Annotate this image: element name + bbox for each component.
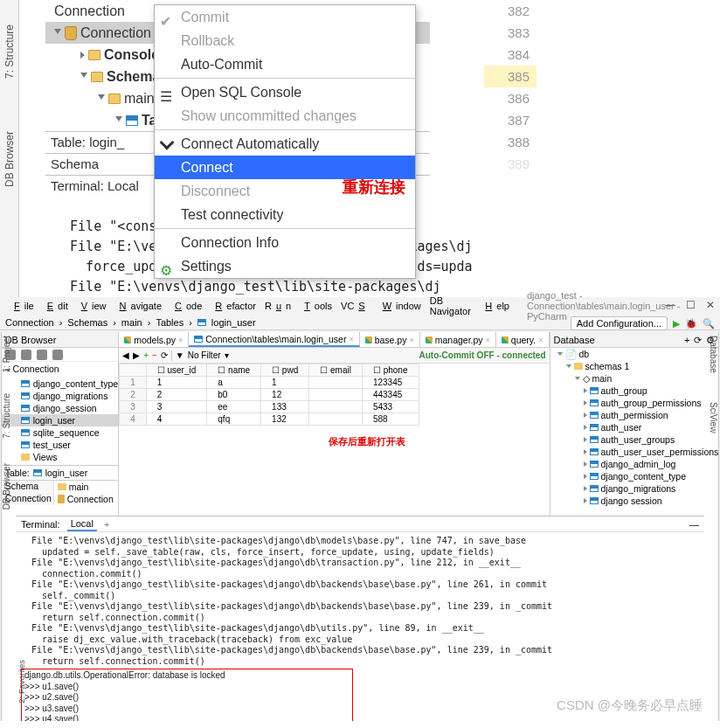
tree-item[interactable]: django_migrations [2,390,119,402]
open-sql-menuitem[interactable]: ☰Open SQL Console [155,80,415,104]
search-icon[interactable]: 🔍 [703,318,715,329]
tree-item[interactable]: django_content_type [2,378,119,390]
db-table-item[interactable]: auth_user_user_permissions [550,446,719,458]
minimize-button[interactable]: — [665,299,675,311]
table-icon [21,392,30,399]
close-tab-icon[interactable]: × [409,336,413,344]
tree-item[interactable]: Views [2,451,119,463]
next-page-icon[interactable]: ▶ [133,350,140,360]
window-menu[interactable]: Window [374,301,426,311]
navigate-menu[interactable]: Navigate [111,301,166,311]
db-table-item[interactable]: auth_group_permissions [550,397,719,409]
editor-tab[interactable]: base.py× [360,332,420,347]
test-connectivity-menuitem[interactable]: Test connectivity [155,203,415,226]
file-menu[interactable]: File [5,301,38,311]
view-menu[interactable]: View [73,301,111,311]
structure-rail[interactable]: 7: Structure [3,24,16,79]
close-tab-icon[interactable]: × [538,336,543,344]
db-table-item[interactable]: django_content_type [550,470,719,482]
db-table-item[interactable]: django_admin_log [550,458,719,470]
db-table-item[interactable]: django session [550,495,719,507]
no-filter-dropdown[interactable]: No Filter [188,350,221,360]
column-header[interactable]: ☐ pwd [261,364,309,377]
close-button[interactable]: ✕ [706,299,715,311]
table-icon [21,441,30,448]
column-header[interactable]: ☐ user_id [146,364,207,377]
tree-item[interactable]: login_user [2,414,119,426]
tree-item[interactable]: django_session [2,402,119,414]
connection-header[interactable]: Connection [2,362,119,376]
autocommit-menuitem[interactable]: Auto-Commit [155,52,415,76]
db-table-item[interactable]: auth_user [550,421,719,433]
remove-row-icon[interactable]: − [152,350,157,360]
editor-tab[interactable]: query.× [496,332,550,347]
terminal-label: Terminal: [21,519,60,530]
db-browser-rail[interactable]: DB Browser [3,131,16,187]
db-table-item[interactable]: django_migrations [550,482,719,495]
settings-menuitem[interactable]: ⚙Settings [155,254,415,278]
connect-menuitem[interactable]: Connect [155,156,415,179]
terminal-hide-button[interactable]: — [689,519,704,530]
column-header[interactable]: ☐ name [207,364,261,377]
data-row[interactable]: 33ee1335433 [120,401,419,413]
db-table-item[interactable]: auth_group [550,385,719,397]
code-menu[interactable]: Code [166,301,206,311]
close-tab-icon[interactable]: × [486,336,490,344]
close-tab-icon[interactable]: × [178,336,183,344]
tree-item[interactable]: sqlite_sequence [2,426,119,439]
editor-tab[interactable]: Connection\tables\main.login_user× [189,332,359,347]
connect-auto-menuitem[interactable]: Connect Automatically [155,132,415,156]
data-row[interactable]: 11a1123345 [120,377,419,389]
refresh-icon[interactable]: ⟳ [694,332,702,347]
db-table-item[interactable]: auth_user_groups [550,433,719,446]
column-header[interactable]: ☐ phone [362,364,419,377]
run-icon[interactable]: ▶ [673,318,680,329]
dbbrowser-rail[interactable]: DB Browser [2,463,11,510]
structure-rail[interactable]: 7: Structure [2,393,11,439]
watermark: CSDN @今晚务必早点睡 [557,697,703,714]
reload-icon[interactable]: ⟳ [161,350,168,360]
add-configuration-button[interactable]: Add Configuration... [571,316,668,330]
editor-tab[interactable]: manager.py× [420,332,496,347]
main-schema[interactable]: ◇ main [550,372,719,385]
table-icon [590,412,599,419]
sciview-rail[interactable]: SciView [709,402,718,433]
db-table-item[interactable]: auth_permission [550,409,719,421]
refactor-menu[interactable]: Refactor [206,301,260,311]
terminal-output[interactable]: File "E:\venvs\django_test\lib\site-pack… [16,532,704,721]
debug-icon[interactable]: 🐞 [685,318,697,329]
help-menu[interactable]: Help [476,301,514,311]
new-terminal-button[interactable]: + [104,519,109,530]
data-row[interactable]: 44qfq132588 [120,413,419,426]
connection-info-menuitem[interactable]: Connection Info [155,231,415,254]
add-row-icon[interactable]: + [143,350,149,360]
commit-menuitem[interactable]: ✔Commit [155,5,415,29]
terminal-tab-local[interactable]: Local [67,517,97,531]
filter-icon[interactable]: ▼ [176,350,184,360]
maximize-button[interactable]: ☐ [686,299,696,311]
add-icon[interactable]: + [684,332,689,347]
favorites-rail[interactable]: 2: Favorites [17,660,26,704]
editor-tab[interactable]: models.py× [119,332,189,347]
data-grid[interactable]: ☐ user_id☐ name☐ pwd☐ email☐ phone 11a11… [119,364,419,426]
rollback-menuitem[interactable]: Rollback [155,29,415,52]
dbnav-menu[interactable]: DB Navigator [426,295,477,316]
folder-icon [574,363,583,370]
folder-icon [91,72,103,82]
database-rail[interactable]: Database [709,336,718,373]
run-menu[interactable]: Run [260,301,295,311]
data-row[interactable]: 22b012443345 [120,389,419,401]
show-uncommitted-menuitem[interactable]: Show uncommitted changes [155,104,415,128]
column-header[interactable]: ☐ email [309,364,363,377]
prev-page-icon[interactable]: ◀ [122,350,129,360]
db-root[interactable]: 📄 db [550,348,719,360]
folder-icon [21,454,30,461]
tree-item[interactable]: test_user [2,439,119,451]
tools-menu[interactable]: Tools [295,301,336,311]
schemas-node[interactable]: schemas 1 [550,360,719,372]
close-tab-icon[interactable]: × [349,335,353,343]
edit-menu[interactable]: Edit [38,301,73,311]
check-icon [160,135,175,150]
vcs-menu[interactable]: VCS [336,301,374,311]
project-rail[interactable]: 1: Project [2,336,11,372]
